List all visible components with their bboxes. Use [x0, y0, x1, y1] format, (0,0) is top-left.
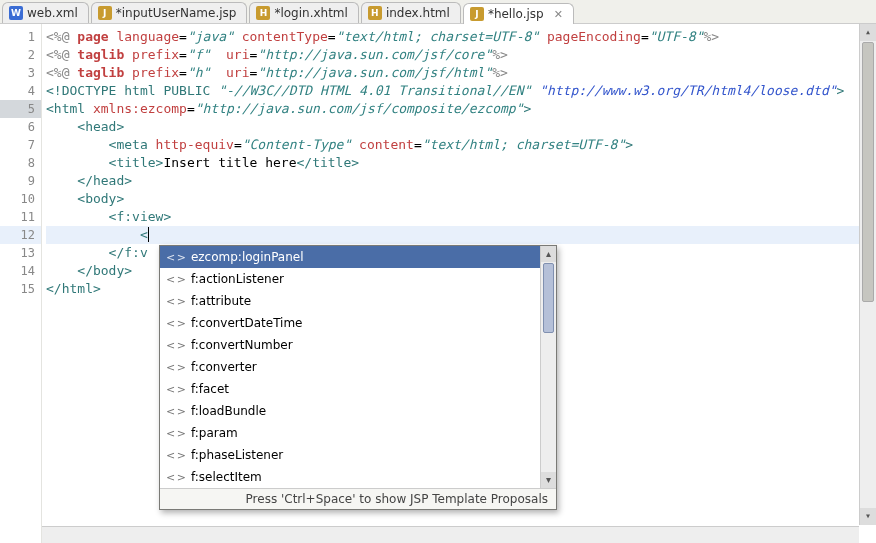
- tag-icon: < >: [166, 339, 185, 352]
- completion-label: f:convertDateTime: [191, 316, 303, 330]
- completion-label: f:param: [191, 426, 238, 440]
- popup-scroll-up[interactable]: ▴: [541, 246, 556, 262]
- tab--inputusername-jsp[interactable]: J*inputUserName.jsp: [91, 2, 248, 23]
- tab-index-html[interactable]: Hindex.html: [361, 2, 461, 23]
- line-number: 11: [0, 208, 41, 226]
- tab--hello-jsp[interactable]: J*hello.jsp✕: [463, 3, 574, 24]
- text-caret: [148, 227, 149, 242]
- completion-label: f:actionListener: [191, 272, 284, 286]
- tab-label: *hello.jsp: [488, 7, 544, 21]
- completion-item[interactable]: < >f:loadBundle: [160, 400, 556, 422]
- content-assist-popup: < >ezcomp:loginPanel< >f:actionListener<…: [159, 245, 557, 510]
- tab-web-xml[interactable]: Wweb.xml: [2, 2, 89, 23]
- file-icon: H: [256, 6, 270, 20]
- file-icon: W: [9, 6, 23, 20]
- completion-item[interactable]: < >f:phaseListener: [160, 444, 556, 466]
- file-icon: J: [470, 7, 484, 21]
- popup-scroll-thumb[interactable]: [543, 263, 554, 333]
- line-number: 1: [0, 28, 41, 46]
- completion-item[interactable]: < >f:actionListener: [160, 268, 556, 290]
- tag-icon: < >: [166, 251, 185, 264]
- popup-scrollbar[interactable]: ▴ ▾: [540, 246, 556, 488]
- completion-label: ezcomp:loginPanel: [191, 250, 304, 264]
- line-number: 2: [0, 46, 41, 64]
- line-number: 4: [0, 82, 41, 100]
- completion-item[interactable]: < >f:selectItem: [160, 466, 556, 488]
- file-icon: J: [98, 6, 112, 20]
- completion-label: f:convertNumber: [191, 338, 293, 352]
- tag-icon: < >: [166, 449, 185, 462]
- completion-item[interactable]: < >f:convertNumber: [160, 334, 556, 356]
- completion-item[interactable]: < >f:attribute: [160, 290, 556, 312]
- tag-icon: < >: [166, 471, 185, 484]
- completion-item[interactable]: < >f:convertDateTime: [160, 312, 556, 334]
- line-number: 15: [0, 280, 41, 298]
- line-number: 9: [0, 172, 41, 190]
- close-icon[interactable]: ✕: [554, 8, 563, 21]
- line-number: 14: [0, 262, 41, 280]
- completion-item[interactable]: < >f:param: [160, 422, 556, 444]
- tab-label: index.html: [386, 6, 450, 20]
- completion-label: f:selectItem: [191, 470, 262, 484]
- line-number: 5: [0, 100, 41, 118]
- content-assist-hint: Press 'Ctrl+Space' to show JSP Template …: [160, 488, 556, 509]
- completion-label: f:facet: [191, 382, 229, 396]
- line-number-gutter: 123456789101112131415: [0, 24, 42, 543]
- horizontal-scrollbar[interactable]: [42, 526, 859, 543]
- completion-item[interactable]: < >f:converter: [160, 356, 556, 378]
- tag-icon: < >: [166, 405, 185, 418]
- completion-item[interactable]: < >f:facet: [160, 378, 556, 400]
- completion-label: f:loadBundle: [191, 404, 266, 418]
- completion-label: f:attribute: [191, 294, 251, 308]
- completion-label: f:phaseListener: [191, 448, 283, 462]
- line-number: 7: [0, 136, 41, 154]
- file-icon: H: [368, 6, 382, 20]
- tag-icon: < >: [166, 361, 185, 374]
- tab-label: web.xml: [27, 6, 78, 20]
- content-assist-list: < >ezcomp:loginPanel< >f:actionListener<…: [160, 246, 556, 488]
- completion-label: f:converter: [191, 360, 257, 374]
- tab--login-xhtml[interactable]: H*login.xhtml: [249, 2, 358, 23]
- popup-scroll-down[interactable]: ▾: [541, 472, 556, 488]
- line-number: 12: [0, 226, 41, 244]
- editor-tabbar: Wweb.xmlJ*inputUserName.jspH*login.xhtml…: [0, 0, 876, 24]
- tag-icon: < >: [166, 383, 185, 396]
- line-number: 6: [0, 118, 41, 136]
- tag-icon: < >: [166, 317, 185, 330]
- line-number: 13: [0, 244, 41, 262]
- tab-label: *inputUserName.jsp: [116, 6, 237, 20]
- line-number: 8: [0, 154, 41, 172]
- tag-icon: < >: [166, 273, 185, 286]
- tag-icon: < >: [166, 427, 185, 440]
- tag-icon: < >: [166, 295, 185, 308]
- vertical-scroll-thumb[interactable]: [862, 42, 874, 302]
- vertical-scrollbar[interactable]: ▴ ▾: [859, 24, 876, 525]
- tab-label: *login.xhtml: [274, 6, 347, 20]
- scroll-down-arrow[interactable]: ▾: [860, 508, 876, 525]
- completion-item[interactable]: < >ezcomp:loginPanel: [160, 246, 556, 268]
- line-number: 10: [0, 190, 41, 208]
- scroll-up-arrow[interactable]: ▴: [860, 24, 876, 41]
- line-number: 3: [0, 64, 41, 82]
